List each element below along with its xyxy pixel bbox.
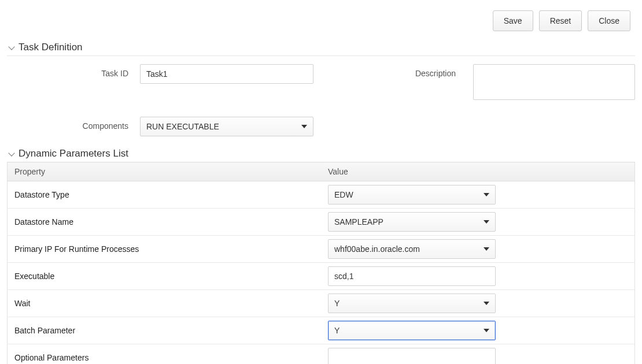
param-select[interactable]: EDW	[328, 185, 496, 205]
param-text-input[interactable]	[328, 266, 496, 286]
save-button[interactable]: Save	[493, 10, 533, 31]
param-property: Optional Parameters	[8, 344, 322, 365]
param-value-cell	[321, 263, 635, 290]
reset-button[interactable]: Reset	[539, 10, 582, 31]
param-select-value: EDW	[328, 185, 496, 205]
param-value-cell: Y	[321, 317, 635, 344]
param-property: Datastore Name	[8, 209, 322, 236]
param-value-cell: EDW	[321, 181, 635, 209]
param-select[interactable]: whf00abe.in.oracle.com	[328, 239, 496, 259]
close-button[interactable]: Close	[588, 10, 630, 31]
col-value: Value	[321, 162, 635, 181]
dynamic-params-header[interactable]: Dynamic Parameters List	[7, 146, 635, 162]
description-label: Description	[325, 64, 462, 78]
table-row: Batch ParameterY	[8, 317, 635, 344]
dynamic-params-title: Dynamic Parameters List	[19, 148, 128, 159]
task-definition-body: Task ID Description Components RUN EXECU…	[7, 56, 635, 141]
task-definition-header[interactable]: Task Definition	[7, 39, 635, 56]
param-value-cell: whf00abe.in.oracle.com	[321, 236, 635, 263]
description-input[interactable]	[473, 64, 635, 100]
task-definition-title: Task Definition	[19, 42, 83, 53]
components-label: Components	[13, 117, 128, 131]
task-id-label: Task ID	[13, 64, 128, 78]
param-select-value: Y	[328, 294, 496, 313]
table-row: Datastore NameSAMPLEAPP	[8, 209, 635, 236]
param-value-cell: Y	[321, 290, 635, 317]
param-property: Datastore Type	[8, 181, 322, 209]
param-select[interactable]: SAMPLEAPP	[328, 212, 496, 232]
col-property: Property	[8, 162, 322, 181]
chevron-down-icon	[8, 150, 14, 156]
table-row: Optional Parameters	[8, 344, 635, 365]
components-select-value: RUN EXECUTABLE	[140, 117, 313, 136]
table-row: WaitY	[8, 290, 635, 317]
table-row: Primary IP For Runtime Processeswhf00abe…	[8, 236, 635, 263]
components-select[interactable]: RUN EXECUTABLE	[140, 117, 313, 136]
params-table: Property Value Datastore TypeEDWDatastor…	[7, 162, 635, 364]
param-property: Executable	[8, 263, 322, 290]
table-row: Datastore TypeEDW	[8, 181, 635, 209]
param-select-value: whf00abe.in.oracle.com	[328, 239, 496, 259]
toolbar: Save Reset Close	[7, 7, 635, 39]
param-property: Primary IP For Runtime Processes	[8, 236, 322, 263]
param-value-cell: SAMPLEAPP	[321, 209, 635, 236]
param-select-value: SAMPLEAPP	[328, 212, 496, 232]
param-text-input[interactable]	[328, 348, 496, 364]
table-row: Executable	[8, 263, 635, 290]
param-value-cell	[321, 344, 635, 365]
param-select[interactable]: Y	[328, 321, 496, 340]
param-select[interactable]: Y	[328, 294, 496, 313]
param-property: Wait	[8, 290, 322, 317]
param-select-value: Y	[328, 321, 496, 340]
param-property: Batch Parameter	[8, 317, 322, 344]
task-id-input[interactable]	[140, 64, 313, 84]
chevron-down-icon	[8, 43, 14, 50]
